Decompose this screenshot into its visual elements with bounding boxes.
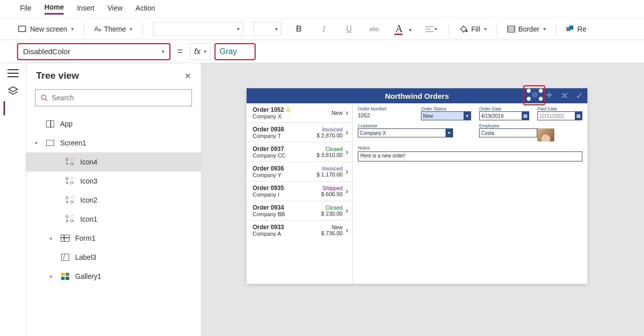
control-icon: ⊘♡+⟳ bbox=[65, 177, 75, 185]
svg-point-11 bbox=[42, 95, 46, 100]
canvas[interactable]: Northwind Orders + ✕ ✓ Order 1052⚠Compan… bbox=[201, 63, 644, 336]
tree-item-screen1[interactable]: ▾ Screen1 bbox=[26, 133, 201, 152]
order-company: Company BB bbox=[253, 211, 321, 217]
select-value: Company X bbox=[360, 130, 386, 136]
order-status: New bbox=[321, 224, 343, 230]
tree-item-gallery1[interactable]: ▸ Gallery1 bbox=[26, 267, 201, 286]
field-label: Order Number bbox=[358, 106, 413, 111]
paid-date-input[interactable]: 12/31/2001▦ bbox=[537, 111, 582, 120]
notes-input[interactable]: Here is a new order! bbox=[358, 151, 582, 161]
chevron-right-icon: › bbox=[343, 108, 348, 117]
save-icon[interactable]: ✓ bbox=[574, 91, 584, 101]
tree-item-label: Gallery1 bbox=[75, 272, 101, 280]
order-company: Company I bbox=[253, 192, 321, 198]
menu-view[interactable]: View bbox=[107, 4, 122, 14]
order-row[interactable]: Order 0933Company ANew$ 736.00› bbox=[247, 221, 352, 240]
svg-point-5 bbox=[466, 30, 468, 32]
order-row[interactable]: Order 0938Company TInvoiced$ 2,870.00› bbox=[247, 123, 352, 142]
field-label: Paid Date bbox=[537, 106, 582, 111]
order-row[interactable]: Order 0936Company YInvoiced$ 1,170.00› bbox=[247, 162, 352, 182]
workspace: Tree view ✕ App ▾ Screen1 ⊘♡+⟳ Icon4 bbox=[0, 63, 644, 336]
order-row[interactable]: Order 0934Company BBClosed$ 230.00› bbox=[247, 201, 352, 221]
tree-item-app[interactable]: App bbox=[26, 114, 201, 133]
strike-button[interactable]: abc bbox=[366, 22, 381, 36]
property-selector[interactable]: DisabledColor ▾ bbox=[17, 43, 170, 60]
align-button[interactable]: ▾ bbox=[423, 22, 439, 36]
tree-view-panel: Tree view ✕ App ▾ Screen1 ⊘♡+⟳ Icon4 bbox=[26, 63, 201, 336]
fill-button[interactable]: Fill ▾ bbox=[459, 25, 487, 33]
hamburger-button[interactable] bbox=[8, 69, 19, 77]
employee-select[interactable]: Costa▾ bbox=[479, 128, 544, 137]
field-label: Employee bbox=[479, 123, 529, 128]
bold-button[interactable]: B bbox=[291, 22, 306, 36]
tree-item-label3[interactable]: Label3 bbox=[26, 248, 201, 267]
customer-select[interactable]: Company X▾ bbox=[358, 128, 453, 137]
menu-file[interactable]: File bbox=[20, 4, 32, 14]
reorder-button[interactable]: Re bbox=[566, 25, 586, 33]
chevron-down-icon: ▾ bbox=[71, 26, 74, 32]
font-family-select[interactable]: ▾ bbox=[153, 22, 243, 36]
svg-rect-10 bbox=[569, 26, 573, 30]
control-icon: ⊘♡+⟳ bbox=[65, 196, 75, 204]
formula-value: Gray bbox=[220, 47, 237, 56]
tree-item-icon3[interactable]: ⊘♡+⟳ Icon3 bbox=[26, 172, 201, 191]
italic-button[interactable]: I bbox=[316, 22, 331, 36]
chevron-right-icon: › bbox=[343, 167, 348, 176]
date-value: 4/19/2019 bbox=[481, 113, 504, 119]
order-row[interactable]: Order 0937Company CCClosed$ 3,810.00› bbox=[247, 142, 352, 162]
header-actions: + ✕ ✓ bbox=[544, 88, 584, 103]
chevron-right-icon: › bbox=[343, 206, 348, 215]
expand-icon[interactable]: ▸ bbox=[50, 274, 55, 279]
order-gallery[interactable]: Order 1052⚠Company XNew› Order 0938Compa… bbox=[247, 103, 353, 284]
svg-text:+: + bbox=[24, 28, 27, 33]
search-icon bbox=[41, 94, 48, 101]
tree-item-icon2[interactable]: ⊘♡+⟳ Icon2 bbox=[26, 191, 201, 210]
control-icon: ⊘♡+⟳ bbox=[65, 158, 75, 166]
underline-button[interactable]: U bbox=[341, 22, 356, 36]
paint-bucket-icon bbox=[459, 25, 468, 33]
close-button[interactable]: ✕ bbox=[184, 71, 191, 81]
chevron-down-icon: ▾ bbox=[543, 26, 546, 32]
menu-insert[interactable]: Insert bbox=[77, 4, 94, 14]
order-status-select[interactable]: New▾ bbox=[421, 111, 471, 120]
menu-action[interactable]: Action bbox=[136, 4, 155, 14]
add-icon[interactable]: + bbox=[544, 90, 554, 100]
control-icon: ⊘♡+⟳ bbox=[65, 215, 75, 223]
new-screen-button[interactable]: + New screen ▾ bbox=[18, 25, 74, 33]
border-button[interactable]: Border ▾ bbox=[507, 25, 546, 33]
tree-search[interactable] bbox=[35, 89, 192, 106]
tree-item-label: Icon2 bbox=[80, 196, 97, 204]
font-size-select[interactable]: ▾ bbox=[253, 22, 281, 36]
order-amount: $ 606.50 bbox=[321, 191, 343, 197]
fx-button[interactable]: fx ▾ bbox=[190, 43, 210, 60]
field-label: Order Date bbox=[479, 106, 529, 111]
selected-edit-icon[interactable] bbox=[526, 88, 543, 101]
font-color-button[interactable]: A▾ bbox=[391, 22, 406, 36]
search-input[interactable] bbox=[52, 94, 186, 102]
expand-icon[interactable]: ▸ bbox=[50, 236, 55, 241]
field-label: Order Status bbox=[421, 106, 471, 111]
app-preview: Northwind Orders + ✕ ✓ Order 1052⚠Compan… bbox=[247, 88, 587, 284]
tree-item-icon1[interactable]: ⊘♡+⟳ Icon1 bbox=[26, 210, 201, 229]
order-row[interactable]: Order 1052⚠Company XNew› bbox=[247, 103, 352, 123]
order-row[interactable]: Order 0935Company IShipped$ 606.50› bbox=[247, 182, 352, 201]
cancel-icon[interactable]: ✕ bbox=[559, 91, 569, 101]
tree-view-rail-button[interactable] bbox=[8, 86, 19, 95]
theme-button[interactable]: Aa Theme ▾ bbox=[94, 25, 132, 33]
collapse-icon[interactable]: ▾ bbox=[35, 140, 40, 145]
order-date-input[interactable]: 4/19/2019▦ bbox=[479, 111, 529, 120]
tree-item-icon4[interactable]: ⊘♡+⟳ Icon4 bbox=[26, 152, 201, 172]
order-amount: $ 2,870.00 bbox=[317, 132, 343, 138]
order-amount: $ 1,170.00 bbox=[317, 172, 343, 178]
gallery-icon bbox=[61, 273, 69, 280]
chevron-down-icon: ▾ bbox=[435, 26, 437, 32]
form-icon bbox=[61, 235, 70, 242]
tree-item-form1[interactable]: ▸ Form1 bbox=[26, 229, 201, 248]
calendar-icon: ▦ bbox=[575, 111, 582, 120]
fill-label: Fill bbox=[471, 25, 480, 33]
formula-input[interactable]: Gray bbox=[214, 43, 256, 60]
menu-home[interactable]: Home bbox=[45, 3, 64, 15]
tree-title: Tree view bbox=[36, 70, 79, 81]
menu-bar: File Home Insert View Action bbox=[0, 0, 644, 18]
layers-icon bbox=[8, 86, 19, 95]
